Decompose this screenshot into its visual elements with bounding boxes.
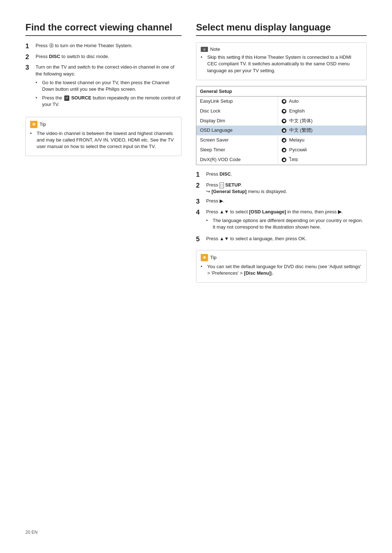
note-lines-icon: ≡	[201, 47, 208, 52]
step-text-3: Turn on the TV and switch to the correct…	[36, 64, 181, 110]
row-value-osd: 中文 (繁體)	[278, 126, 367, 135]
row-label-osd: OSD Language	[196, 126, 278, 135]
right-step-4: 4 Press ▲▼ to select [OSD Language] in t…	[196, 209, 367, 233]
row-label-easylink: EasyLink Setup	[196, 96, 278, 106]
right-step-text-1: Press DISC.	[206, 171, 367, 177]
right-tip-bullet: •	[201, 264, 206, 270]
table-row: Display Dim 中文 (简体)	[196, 116, 367, 126]
left-column: Find the correct viewing channel 1 Press…	[25, 22, 181, 156]
page-footer: 20 EN	[25, 530, 37, 535]
row-value-screensaver: Melayu	[278, 135, 367, 145]
row-label-screensaver: Screen Saver	[196, 135, 278, 145]
bullet-dot-1: •	[36, 80, 41, 86]
row-value-divx: ไทย	[278, 155, 367, 165]
left-tip-content: • The video-in channel is between the lo…	[30, 130, 177, 150]
right-bullet-dot-4: •	[206, 218, 211, 224]
left-tip-text: The video-in channel is between the lowe…	[37, 130, 177, 150]
right-step-text-4: Press ▲▼ to select [OSD Language] in the…	[206, 209, 367, 233]
general-setup-table: General Setup EasyLink Setup Auto Disc L…	[196, 86, 367, 165]
table-row: EasyLink Setup Auto	[196, 96, 367, 106]
right-title: Select menu display language	[196, 22, 367, 36]
row-value-disclock: English	[278, 106, 367, 116]
table-header: General Setup	[196, 86, 367, 96]
source-icon: ↺	[64, 95, 69, 101]
right-tip-text: You can set the default language for DVD…	[207, 263, 362, 276]
circle-dot-icon	[282, 99, 286, 104]
row-label-sleep: Sleep Timer	[196, 145, 278, 155]
tip-bullet: •	[30, 131, 35, 137]
circle-dot-icon	[282, 128, 286, 133]
note-text: Skip this setting if this Home Theater S…	[207, 54, 362, 74]
sub-bullet-1: • Go to the lowest channel on your TV, t…	[36, 79, 181, 93]
sub-bullet-2: • Press the ↺ SOURCE button repeatedly o…	[36, 95, 181, 108]
right-tip-header: ✳ Tip	[201, 254, 362, 261]
row-value-sleep: Русский	[278, 145, 367, 155]
right-step-text-2: Press □ SETUP. ↪ [General Setup] menu is…	[206, 182, 367, 195]
right-step-text-5: Press ▲▼ to select a language, then pres…	[206, 235, 367, 242]
row-label-disclock: Disc Lock	[196, 106, 278, 116]
left-step-3: 3 Turn on the TV and switch to the corre…	[25, 64, 181, 110]
right-step-num-2: 2	[196, 182, 204, 190]
table-row: DivX(R) VOD Code ไทย	[196, 155, 367, 165]
right-tip-label: Tip	[210, 255, 217, 260]
table-row-highlighted: OSD Language 中文 (繁體)	[196, 126, 367, 135]
table-row: Disc Lock English	[196, 106, 367, 116]
setup-button-icon: □	[220, 183, 224, 188]
right-step-2-sub: ↪ [General Setup] menu is displayed.	[206, 189, 287, 194]
right-step-1: 1 Press DISC.	[196, 171, 367, 179]
row-value-displaydim: 中文 (简体)	[278, 116, 367, 126]
right-step-num-5: 5	[196, 235, 204, 243]
note-bullet: •	[201, 54, 206, 61]
right-step-5: 5 Press ▲▼ to select a language, then pr…	[196, 235, 367, 243]
step-text-2: Press DISC to switch to disc mode.	[36, 53, 181, 60]
right-tip-star-icon: ✳	[201, 254, 208, 261]
circle-dot-icon	[282, 109, 286, 114]
note-label: Note	[210, 46, 220, 52]
left-sub-bullets: • Go to the lowest channel on your TV, t…	[36, 79, 181, 108]
table-body: EasyLink Setup Auto Disc Lock English Di…	[196, 96, 367, 165]
note-item: • Skip this setting if this Home Theater…	[201, 54, 362, 74]
step-num-2: 2	[25, 53, 33, 61]
row-label-displaydim: Display Dim	[196, 116, 278, 126]
step-num-1: 1	[25, 42, 33, 50]
left-title: Find the correct viewing channel	[25, 22, 181, 36]
right-sub-bullet-4: • The language options are different dep…	[206, 217, 367, 230]
left-step-2: 2 Press DISC to switch to disc mode.	[25, 53, 181, 61]
right-step-num-4: 4	[196, 209, 204, 217]
right-sub-bullet-text-4: The language options are different depen…	[213, 217, 367, 230]
right-tip-item: • You can set the default language for D…	[201, 263, 362, 276]
page-layout: Find the correct viewing channel 1 Press…	[25, 22, 367, 283]
circle-dot-icon	[282, 119, 286, 123]
sub-bullet-text-2: Press the ↺ SOURCE button repeatedly on …	[42, 95, 181, 108]
note-header: ≡ Note	[201, 46, 362, 52]
sub-bullet-text-1: Go to the lowest channel on your TV, the…	[42, 79, 181, 93]
left-tip-box: ✳ Tip • The video-in channel is between …	[25, 117, 181, 156]
bullet-dot-2: •	[36, 95, 41, 101]
table-row: Sleep Timer Русский	[196, 145, 367, 155]
left-tip-header: ✳ Tip	[30, 121, 177, 128]
right-tip-box: ✳ Tip • You can set the default language…	[196, 250, 367, 283]
right-step-3: 3 Press ▶.	[196, 198, 367, 206]
tip-star-icon: ✳	[30, 121, 37, 128]
row-label-divx: DivX(R) VOD Code	[196, 155, 278, 165]
note-content: • Skip this setting if this Home Theater…	[201, 54, 362, 74]
left-step-1: 1 Press Ⓑ to turn on the Home Theater Sy…	[25, 42, 181, 50]
right-step-4-bullets: • The language options are different dep…	[206, 217, 367, 230]
right-tip-content: • You can set the default language for D…	[201, 263, 362, 276]
right-step-2: 2 Press □ SETUP. ↪ [General Setup] menu …	[196, 182, 367, 195]
note-box: ≡ Note • Skip this setting if this Home …	[196, 42, 367, 80]
left-steps: 1 Press Ⓑ to turn on the Home Theater Sy…	[25, 42, 181, 110]
left-tip-label: Tip	[40, 122, 46, 127]
right-steps: 1 Press DISC. 2 Press □ SETUP. ↪ [Genera…	[196, 171, 367, 243]
step-text-1: Press Ⓑ to turn on the Home Theater Syst…	[36, 42, 181, 49]
table-row: Screen Saver Melayu	[196, 135, 367, 145]
step-num-3: 3	[25, 64, 33, 72]
right-step-text-3: Press ▶.	[206, 198, 367, 204]
left-tip-item: • The video-in channel is between the lo…	[30, 130, 177, 150]
row-value-easylink: Auto	[278, 96, 367, 106]
circle-dot-icon	[282, 157, 286, 162]
circle-dot-icon	[282, 138, 286, 143]
right-step-num-3: 3	[196, 198, 204, 206]
right-column: Select menu display language ≡ Note • Sk…	[196, 22, 367, 283]
circle-dot-icon	[282, 148, 286, 152]
